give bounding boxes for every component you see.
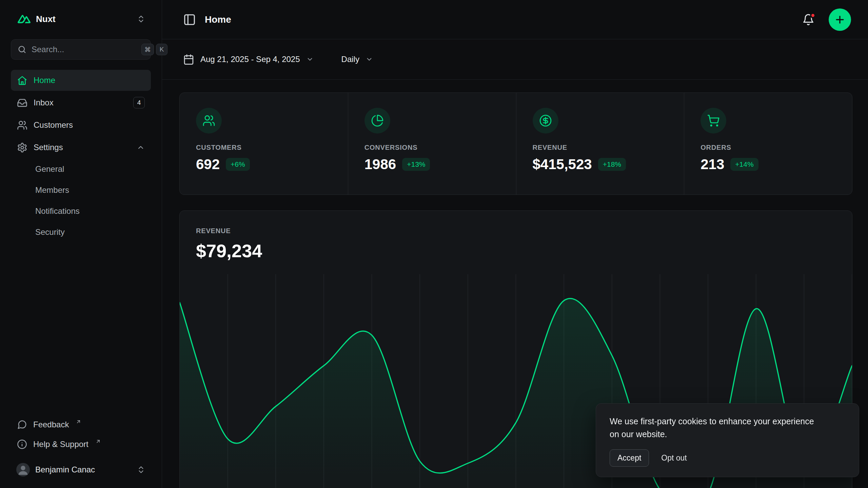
sidebar-item-label: Inbox bbox=[34, 98, 54, 107]
sidebar: Nuxt ⌘ K Home bbox=[0, 0, 162, 488]
stats-cards: CUSTOMERS 692 +6% CONVERSIONS 1986 +13% bbox=[179, 93, 852, 195]
sidebar-item-inbox[interactable]: Inbox 4 bbox=[11, 92, 151, 113]
cookie-banner: We use first-party cookies to enhance yo… bbox=[596, 403, 859, 477]
sub-item-label: Notifications bbox=[35, 206, 80, 216]
sub-item-label: Security bbox=[35, 227, 65, 237]
stat-label: CUSTOMERS bbox=[196, 144, 332, 151]
filters-toolbar: Aug 21, 2025 - Sep 4, 2025 Daily bbox=[162, 39, 868, 80]
kbd-meta: ⌘ bbox=[141, 44, 154, 55]
sidebar-item-settings[interactable]: Settings bbox=[11, 137, 151, 158]
help-support-link[interactable]: Help & Support bbox=[11, 434, 151, 454]
sidebar-item-label: Home bbox=[34, 76, 55, 85]
calendar-icon bbox=[183, 54, 194, 65]
revenue-chart-header: REVENUE $79,234 bbox=[180, 211, 852, 274]
search-icon bbox=[17, 45, 27, 54]
stat-card-orders: ORDERS 213 +14% bbox=[684, 93, 852, 195]
stat-label: ORDERS bbox=[701, 144, 836, 151]
users-icon bbox=[196, 108, 222, 134]
inbox-icon bbox=[17, 98, 27, 108]
dollar-circle-icon bbox=[533, 108, 558, 134]
chevron-down-icon bbox=[306, 56, 314, 63]
chevrons-up-down-icon bbox=[137, 465, 145, 474]
date-range-label: Aug 21, 2025 - Sep 4, 2025 bbox=[200, 55, 300, 64]
stat-delta-badge: +14% bbox=[730, 158, 758, 171]
inbox-count-badge: 4 bbox=[133, 97, 145, 108]
external-link-icon bbox=[76, 419, 81, 425]
sidebar-item-label: Customers bbox=[34, 120, 73, 130]
stat-value: $415,523 bbox=[533, 156, 592, 172]
stat-value: 1986 bbox=[364, 156, 396, 172]
chevron-up-icon bbox=[137, 143, 145, 151]
user-menu[interactable]: Benjamin Canac bbox=[11, 458, 151, 481]
help-support-label: Help & Support bbox=[33, 440, 88, 449]
period-select[interactable]: Daily bbox=[341, 55, 373, 64]
search-input[interactable] bbox=[32, 45, 137, 54]
user-name: Benjamin Canac bbox=[35, 465, 131, 474]
stat-value: 692 bbox=[196, 156, 220, 172]
stat-card-customers: CUSTOMERS 692 +6% bbox=[180, 93, 348, 195]
sidebar-spacer bbox=[11, 242, 151, 415]
info-circle-icon bbox=[17, 439, 27, 449]
chevrons-up-down-icon bbox=[137, 15, 145, 23]
add-button[interactable] bbox=[829, 8, 851, 31]
period-label: Daily bbox=[341, 55, 359, 64]
cookie-message: We use first-party cookies to enhance yo… bbox=[610, 415, 820, 441]
sub-item-label: General bbox=[35, 164, 64, 174]
cart-icon bbox=[701, 108, 726, 134]
nuxt-logo-icon bbox=[18, 13, 31, 25]
chevron-down-icon bbox=[366, 56, 373, 63]
sidebar-item-security[interactable]: Security bbox=[11, 222, 151, 242]
revenue-chart-label: REVENUE bbox=[196, 227, 836, 235]
stat-label: CONVERSIONS bbox=[364, 144, 500, 151]
stat-delta-badge: +6% bbox=[226, 158, 250, 171]
stat-value: 213 bbox=[701, 156, 724, 172]
pie-chart-icon bbox=[364, 108, 390, 134]
stat-delta-badge: +13% bbox=[402, 158, 430, 171]
notification-dot bbox=[810, 13, 816, 18]
sidebar-item-members[interactable]: Members bbox=[11, 180, 151, 200]
workspace-name: Nuxt bbox=[36, 14, 131, 24]
gear-icon bbox=[17, 142, 27, 153]
users-icon bbox=[17, 120, 27, 130]
sidebar-item-customers[interactable]: Customers bbox=[11, 115, 151, 136]
sidebar-nav: Home Inbox 4 Customers Settings bbox=[11, 70, 151, 242]
message-circle-icon bbox=[17, 420, 27, 430]
sidebar-item-notifications[interactable]: Notifications bbox=[11, 201, 151, 221]
stat-card-conversions: CONVERSIONS 1986 +13% bbox=[348, 93, 516, 195]
date-range-picker[interactable]: Aug 21, 2025 - Sep 4, 2025 bbox=[183, 54, 314, 65]
revenue-chart-value: $79,234 bbox=[196, 240, 836, 261]
sidebar-item-label: Settings bbox=[34, 143, 63, 152]
workspace-switcher[interactable]: Nuxt bbox=[11, 8, 151, 30]
stat-delta-badge: +18% bbox=[598, 158, 626, 171]
stat-card-revenue: REVENUE $415,523 +18% bbox=[516, 93, 684, 195]
panel-left-icon bbox=[183, 13, 196, 26]
sub-item-label: Members bbox=[35, 185, 69, 195]
external-link-icon bbox=[95, 439, 101, 444]
cookie-optout-button[interactable]: Opt out bbox=[661, 453, 687, 463]
search-box[interactable]: ⌘ K bbox=[11, 39, 151, 60]
page-title: Home bbox=[205, 14, 231, 25]
stat-label: REVENUE bbox=[533, 144, 668, 151]
cookie-actions: Accept Opt out bbox=[610, 449, 845, 467]
feedback-link[interactable]: Feedback bbox=[11, 415, 151, 434]
sidebar-item-general[interactable]: General bbox=[11, 159, 151, 179]
notifications-button[interactable] bbox=[802, 14, 814, 26]
cookie-accept-button[interactable]: Accept bbox=[610, 449, 649, 467]
home-icon bbox=[17, 75, 27, 86]
sidebar-toggle-button[interactable] bbox=[183, 13, 196, 26]
sidebar-item-home[interactable]: Home bbox=[11, 70, 151, 91]
feedback-label: Feedback bbox=[33, 420, 69, 429]
header-actions bbox=[802, 8, 851, 31]
avatar bbox=[16, 463, 30, 476]
plus-icon bbox=[834, 14, 846, 25]
page-header: Home bbox=[162, 0, 868, 39]
